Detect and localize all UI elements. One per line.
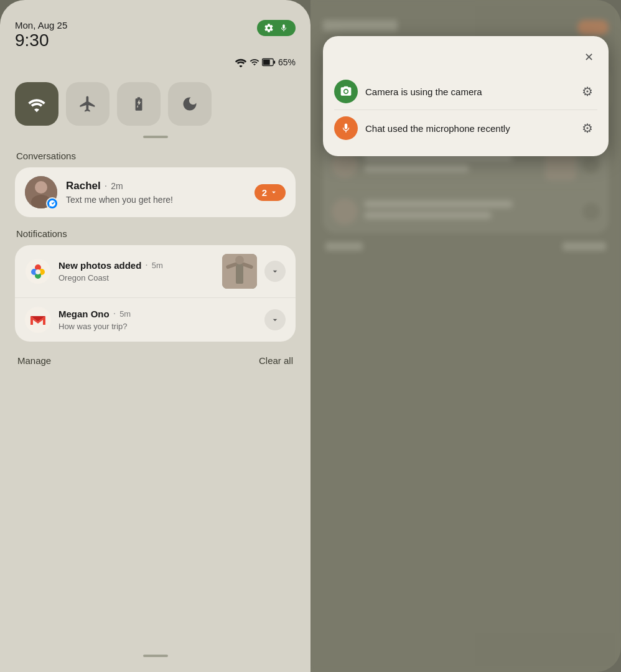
camera-active-icon — [263, 22, 274, 34]
privacy-mic-item: Chat used the microphone recently ⚙ — [334, 110, 597, 146]
quick-toggles — [15, 82, 296, 126]
mic-usage-text: Chat used the microphone recently — [365, 123, 570, 134]
rachel-avatar-wrap — [25, 176, 57, 208]
battery-level: 65% — [278, 57, 296, 67]
manage-button[interactable]: Manage — [17, 355, 51, 366]
popup-close-button[interactable]: ✕ — [580, 49, 597, 66]
gmail-icon-wrap — [25, 307, 51, 333]
mic-settings-button[interactable]: ⚙ — [577, 118, 597, 138]
wifi-toggle[interactable] — [15, 82, 58, 126]
photos-expand-btn[interactable] — [264, 261, 286, 282]
time: 9:30 — [15, 30, 67, 50]
rachel-message: Text me when you get here! — [66, 195, 173, 205]
privacy-popup-card: ✕ Camera is using the camera ⚙ Chat used… — [323, 36, 609, 156]
date-time: Mon, Aug 25 9:30 — [15, 20, 67, 50]
messenger-badge — [46, 197, 58, 210]
drag-indicator-bottom — [143, 655, 168, 657]
photos-notif-content: New photos added · 5m Oregon Coast — [58, 259, 215, 283]
drag-indicator-top — [143, 136, 168, 138]
gmail-title-row: Megan Ono · 5m — [58, 308, 257, 319]
right-panel-background: Conversations Notifications — [310, 0, 621, 672]
date: Mon, Aug 25 — [15, 20, 67, 30]
gmail-notif-content: Megan Ono · 5m How was your trip? — [58, 308, 257, 332]
signal-icons: 65% — [235, 57, 296, 67]
svg-rect-1 — [263, 60, 270, 65]
conversations-section-label: Conversations — [15, 151, 296, 161]
svg-point-4 — [35, 181, 47, 194]
clear-all-button[interactable]: Clear all — [259, 355, 293, 366]
dark-mode-toggle[interactable] — [168, 82, 212, 126]
privacy-indicators[interactable] — [257, 20, 296, 36]
gmail-time: 5m — [119, 309, 131, 319]
battery-saver-toggle[interactable] — [117, 82, 161, 126]
photos-thumbnail — [222, 254, 257, 289]
privacy-camera-item: Camera is using the camera ⚙ — [334, 73, 597, 110]
notifications-group: New photos added · 5m Oregon Coast — [15, 245, 296, 342]
photos-subtitle: Oregon Coast — [58, 273, 109, 282]
bottom-actions: Manage Clear all — [15, 355, 296, 366]
photos-icon-wrap — [25, 258, 51, 284]
gmail-title: Megan Ono — [58, 309, 110, 319]
rachel-time: 2m — [111, 181, 123, 191]
status-bar: Mon, Aug 25 9:30 — [15, 20, 296, 67]
rachel-name: Rachel — [66, 180, 101, 192]
airplane-toggle[interactable] — [66, 82, 110, 126]
gmail-expand-btn[interactable] — [264, 309, 286, 330]
notification-shade: Mon, Aug 25 9:30 — [0, 0, 310, 672]
chat-app-icon — [334, 116, 358, 140]
popup-header: ✕ — [334, 49, 597, 66]
svg-point-14 — [235, 256, 244, 264]
camera-app-icon — [334, 80, 358, 103]
rachel-conv-content: Rachel · 2m Text me when you get here! — [66, 180, 246, 205]
notification-photos[interactable]: New photos added · 5m Oregon Coast — [15, 245, 296, 297]
photos-title: New photos added — [58, 260, 141, 271]
camera-usage-text: Camera is using the camera — [365, 86, 570, 97]
rachel-title-row: Rachel · 2m — [66, 180, 246, 192]
svg-point-11 — [35, 269, 40, 274]
photos-title-row: New photos added · 5m — [58, 259, 215, 271]
rachel-count: 2 — [262, 187, 267, 198]
notification-gmail[interactable]: Megan Ono · 5m How was your trip? — [15, 297, 296, 342]
camera-settings-button[interactable]: ⚙ — [577, 82, 597, 101]
notifications-section-label: Notifications — [15, 228, 296, 239]
svg-rect-2 — [274, 60, 276, 63]
gmail-subtitle: How was your trip? — [58, 322, 128, 331]
mic-active-icon — [278, 22, 289, 34]
photos-time: 5m — [152, 261, 163, 270]
conversation-card-rachel[interactable]: Rachel · 2m Text me when you get here! 2 — [15, 167, 296, 217]
rachel-count-badge[interactable]: 2 — [254, 184, 286, 201]
